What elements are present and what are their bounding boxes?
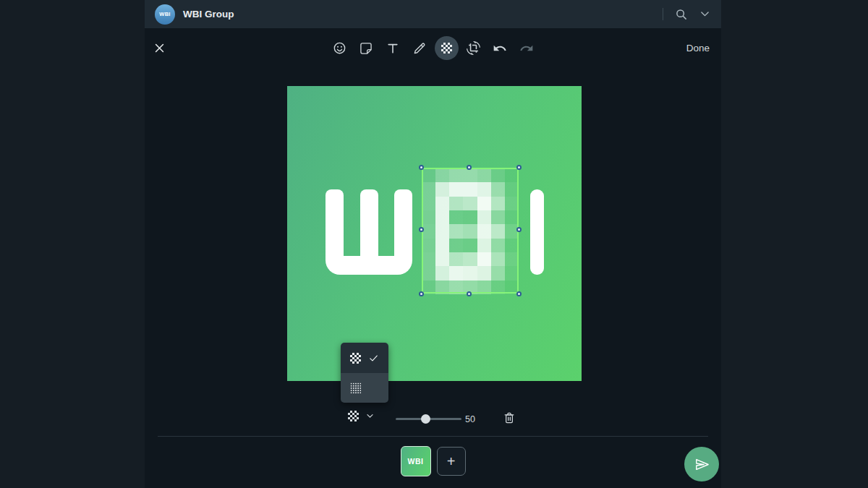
logo-letter-i	[530, 189, 544, 275]
text-icon	[386, 41, 400, 56]
send-button[interactable]	[684, 447, 719, 481]
media-thumbnail-selected[interactable]: WBI	[401, 446, 431, 476]
undo-icon	[493, 41, 507, 56]
filter-option-blur[interactable]	[341, 373, 388, 403]
plus-icon: +	[447, 453, 456, 470]
text-tool-button[interactable]	[381, 36, 405, 60]
delete-selection-button[interactable]	[502, 411, 516, 425]
resize-handle-top-middle[interactable]	[467, 165, 472, 170]
search-button[interactable]	[673, 7, 689, 22]
filter-option-pixelate[interactable]	[341, 343, 388, 373]
resize-handle-bottom-left[interactable]	[419, 291, 424, 296]
redo-button[interactable]	[515, 36, 539, 60]
emoji-icon	[332, 40, 347, 56]
chevron-down-icon	[365, 411, 375, 421]
logo-letter-w	[326, 189, 412, 275]
trash-icon	[502, 411, 516, 425]
resize-handle-bottom-right[interactable]	[516, 291, 522, 296]
tool-group	[328, 36, 539, 60]
resize-handle-top-left[interactable]	[419, 165, 424, 170]
crop-rotate-icon	[467, 41, 480, 55]
chat-title: WBI Group	[183, 9, 234, 20]
undo-button[interactable]	[488, 36, 512, 60]
add-media-button[interactable]: +	[437, 447, 466, 476]
thumbnail-label: WBI	[408, 457, 424, 466]
pixelate-icon	[441, 43, 452, 53]
pixelate-controls: 50	[145, 408, 721, 429]
crop-rotate-tool-button[interactable]	[461, 36, 485, 60]
done-button[interactable]: Done	[686, 43, 710, 53]
resize-handle-middle-right[interactable]	[516, 227, 522, 232]
pixelate-pattern-icon	[350, 353, 361, 364]
send-icon	[694, 456, 710, 473]
editor-toolbar: Done	[145, 36, 721, 61]
close-icon	[153, 42, 166, 54]
resize-handle-bottom-middle[interactable]	[467, 291, 472, 296]
close-editor-button[interactable]	[153, 42, 166, 54]
pixelate-selection-box[interactable]	[422, 168, 519, 294]
filter-type-menu	[341, 343, 388, 403]
resize-handle-top-right[interactable]	[516, 165, 522, 170]
group-avatar-label: WBI	[159, 11, 170, 17]
strength-slider[interactable]	[396, 408, 461, 429]
blur-pattern-icon	[350, 382, 362, 394]
media-editor: WBI WBI Group	[145, 0, 721, 488]
resize-handle-middle-left[interactable]	[419, 227, 424, 232]
draw-tool-button[interactable]	[408, 36, 432, 60]
chat-menu-button[interactable]	[699, 8, 711, 20]
chat-header-actions	[663, 7, 711, 22]
pencil-icon	[412, 41, 427, 56]
footer-divider	[158, 436, 708, 437]
sticker-icon	[359, 41, 373, 56]
screen: WBI WBI Group	[0, 0, 868, 488]
header-divider	[663, 8, 663, 20]
check-icon	[368, 353, 379, 364]
pixelate-small-icon	[348, 411, 359, 421]
strength-slider-thumb[interactable]	[421, 414, 430, 424]
redo-icon	[519, 41, 534, 56]
search-icon	[673, 7, 689, 22]
emoji-tool-button[interactable]	[328, 36, 352, 60]
chat-header: WBI WBI Group	[145, 0, 721, 28]
group-avatar[interactable]: WBI	[155, 4, 175, 25]
strength-value: 50	[465, 414, 475, 424]
pattern-select-button[interactable]	[348, 411, 375, 421]
chevron-down-icon	[699, 8, 711, 20]
pixelate-tool-button[interactable]	[435, 36, 459, 60]
sticker-tool-button[interactable]	[354, 36, 378, 60]
media-thumbnails: WBI +	[145, 446, 721, 476]
